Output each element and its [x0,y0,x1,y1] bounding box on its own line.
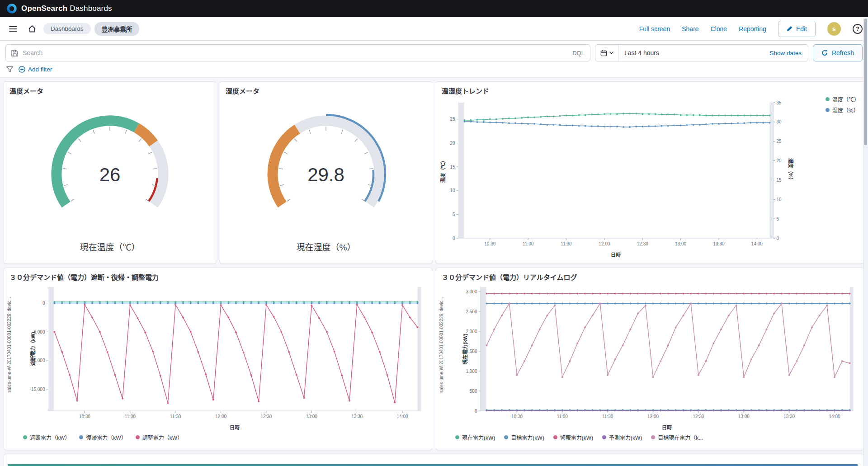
panel-title-humidity-gauge[interactable]: 湿度メータ [220,82,432,96]
demand-chart-index-label: sales-ume-W-20170401-00001-002226: devic… [7,297,12,393]
search-input[interactable] [23,49,568,56]
add-filter-label: Add filter [28,66,52,73]
full-screen-link[interactable]: Full screen [639,25,670,33]
svg-text:2,500: 2,500 [466,309,477,314]
pencil-icon [787,26,793,32]
legend-dot [23,435,27,439]
svg-text:0: 0 [42,301,45,306]
legend-item[interactable]: 湿度（%） [826,106,859,114]
svg-text:0: 0 [777,236,779,241]
panel-temperature-gauge: 温度メータ 26 現在温度（℃） [4,81,216,264]
panel-title-trend-chart[interactable]: 温湿度トレンド [436,82,864,96]
svg-text:遮断電力（kW): 遮断電力（kW) [30,332,36,366]
svg-text:15: 15 [777,178,782,183]
share-link[interactable]: Share [682,25,698,33]
add-filter-button[interactable]: Add filter [19,66,52,73]
reporting-link[interactable]: Reporting [739,25,766,33]
svg-text:11:30: 11:30 [561,241,572,246]
svg-text:3,000: 3,000 [466,289,477,294]
breadcrumb-dashboards[interactable]: Dashboards [43,23,91,34]
legend-item[interactable]: 温度（℃） [826,95,859,103]
saved-queries-icon[interactable] [11,50,18,56]
legend-item[interactable]: 目標電力(kW) [504,433,544,441]
date-picker-calendar-button[interactable] [595,45,619,61]
calendar-icon [600,50,607,56]
legend-item[interactable]: 調整電力（kW） [136,433,183,441]
svg-text:25: 25 [450,117,455,122]
svg-text:10: 10 [777,197,782,202]
show-dates-button[interactable]: Show dates [763,50,808,56]
hamburger-icon [9,26,17,32]
panel-demand-cut-chart: ３０分デマンド値（電力）遮断・復帰・調整電力 sales-ume-W-20170… [4,268,432,450]
svg-text:1,000: 1,000 [466,369,477,374]
panel-title-temperature-gauge[interactable]: 温度メータ [4,82,216,96]
svg-text:11:30: 11:30 [170,414,181,419]
svg-text:5: 5 [453,212,455,217]
svg-text:12:00: 12:00 [215,414,226,419]
svg-text:14:00: 14:00 [751,241,763,246]
svg-text:0: 0 [453,236,455,241]
panel-title-realtime-log-chart[interactable]: ３０分デマンド値（電力）リアルタイムログ [436,268,864,282]
svg-text:12:00: 12:00 [647,414,659,419]
svg-text:20: 20 [777,158,782,163]
svg-text:10:30: 10:30 [484,241,495,246]
scrollbar-thumb[interactable] [864,19,867,145]
svg-text:12:30: 12:30 [260,414,272,419]
legend-item[interactable]: 予測電力(kW) [602,433,642,441]
global-header: OpenSearchDashboards [0,0,868,17]
brand-primary: OpenSearch [21,4,67,13]
humidity-gauge-chart[interactable]: 29.8 [220,98,432,234]
legend-item[interactable]: 警報電力(kW) [553,433,593,441]
svg-text:11:30: 11:30 [602,414,613,419]
date-picker: Last 4 hours Show dates [595,44,808,61]
nav-actions: Full screen Share Clone Reporting Edit s… [639,21,863,37]
brand-title: OpenSearchDashboards [21,4,112,13]
legend-item[interactable]: 復帰電力（kW） [79,433,126,441]
next-row-panel-peek [4,454,864,466]
query-language-button[interactable]: DQL [572,50,585,56]
svg-text:11:00: 11:00 [523,241,534,246]
filter-icon [6,66,13,72]
refresh-button[interactable]: Refresh [813,44,863,61]
panel-realtime-log-chart: ３０分デマンド値（電力）リアルタイムログ sales-ume-W-2017040… [436,268,864,450]
opensearch-dashboards-app: OpenSearchDashboards Dashboards 豊洲事業所 Fu… [0,0,868,466]
panel-title-demand-cut-chart[interactable]: ３０分デマンド値（電力）遮断・復帰・調整電力 [4,268,432,282]
user-avatar[interactable]: s [827,22,841,36]
menu-toggle-button[interactable] [5,21,21,37]
legend-dot [136,435,140,439]
svg-text:30: 30 [777,119,782,124]
demand-cut-chart[interactable]: 0-5,000-10,000-15,00010:3011:0011:3012:0… [4,282,432,432]
temperature-humidity-trend-chart[interactable]: 05101520250510152025303510:3011:0011:301… [436,96,864,259]
clone-link[interactable]: Clone [711,25,727,33]
svg-text:15: 15 [450,165,455,169]
edit-button[interactable]: Edit [778,21,816,37]
legend-item[interactable]: 現在電力(kW) [455,433,495,441]
svg-text:日時: 日時 [230,424,240,430]
time-range-value[interactable]: Last 4 hours [619,49,763,56]
opensearch-logo-icon[interactable] [6,3,17,14]
realtime-log-chart-legend: 現在電力(kW)目標電力(kW)警報電力(kW)予測電力(kW)目標現在電力（k… [455,432,864,442]
legend-label: 復帰電力（kW） [86,433,126,441]
demand-cut-chart-legend: 遮断電力（kW）復帰電力（kW）調整電力（kW） [23,432,432,442]
svg-text:11:00: 11:00 [557,414,568,419]
realtime-log-chart[interactable]: 05001,0001,5002,0002,5003,00010:3011:001… [436,282,864,432]
refresh-icon [821,50,828,56]
legend-dot [602,435,606,439]
legend-dot [455,435,459,439]
legend-item[interactable]: 遮断電力（kW） [23,433,70,441]
svg-text:5: 5 [777,217,779,221]
home-button[interactable] [24,21,40,37]
help-icon[interactable]: ? [853,24,863,34]
svg-text:12:30: 12:30 [637,241,648,246]
temperature-gauge-chart[interactable]: 26 [4,98,216,234]
svg-text:0: 0 [475,409,477,414]
legend-item[interactable]: 目標現在電力（k... [651,433,703,441]
legend-label: 現在電力(kW) [462,433,495,441]
search-box[interactable]: DQL [5,44,590,61]
filter-bar: Add filter [0,64,868,78]
vertical-scrollbar[interactable] [863,17,868,466]
chevron-down-icon [609,52,613,54]
legend-dot [553,435,557,439]
refresh-button-label: Refresh [832,49,854,56]
svg-text:26: 26 [99,164,121,185]
